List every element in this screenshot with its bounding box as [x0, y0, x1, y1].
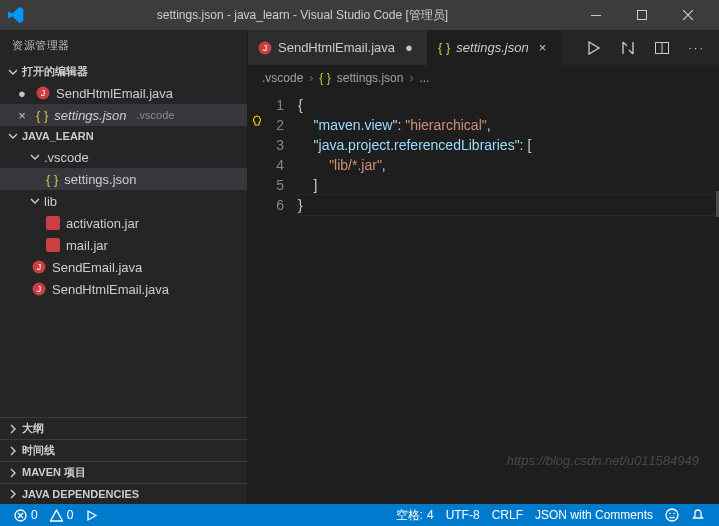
- open-editors-label: 打开的编辑器: [22, 64, 88, 79]
- window-controls: [573, 0, 711, 30]
- open-editor-label: SendHtmlEmail.java: [56, 86, 173, 101]
- file-label: SendEmail.java: [52, 260, 142, 275]
- window-title: settings.json - java_learn - Visual Stud…: [32, 7, 573, 24]
- breadcrumb-part[interactable]: ...: [419, 71, 429, 85]
- titlebar: settings.json - java_learn - Visual Stud…: [0, 0, 719, 30]
- error-count: 0: [31, 508, 38, 522]
- run-icon[interactable]: [586, 40, 602, 56]
- chevron-right-icon: [6, 487, 20, 501]
- close-window-button[interactable]: [665, 0, 711, 30]
- svg-text:J: J: [37, 262, 42, 272]
- java-icon: J: [258, 41, 272, 55]
- chevron-down-icon: [6, 129, 20, 143]
- red-icon: [46, 238, 60, 252]
- line-numbers: 123456: [248, 91, 298, 504]
- file-item-java[interactable]: J SendHtmlEmail.java: [0, 278, 247, 300]
- code-content[interactable]: { "maven.view": "hierarchical", "java.pr…: [298, 91, 719, 504]
- file-label: settings.json: [64, 172, 136, 187]
- chevron-right-icon: [6, 422, 20, 436]
- close-icon[interactable]: ×: [535, 40, 551, 55]
- notifications-icon[interactable]: [685, 508, 711, 522]
- section-outline[interactable]: 大纲: [0, 417, 247, 439]
- svg-text:J: J: [41, 88, 46, 98]
- chevron-right-icon: ›: [409, 71, 413, 85]
- chevron-right-icon: ›: [309, 71, 313, 85]
- svg-rect-0: [591, 15, 601, 16]
- sidebar-explorer: 资源管理器 打开的编辑器 ● J SendHtmlEmail.java × { …: [0, 30, 248, 504]
- svg-text:J: J: [37, 284, 42, 294]
- file-item-jar[interactable]: activation.jar: [0, 212, 247, 234]
- section-label: 大纲: [22, 421, 44, 436]
- open-editor-item[interactable]: ● J SendHtmlEmail.java: [0, 82, 247, 104]
- breadcrumb-part[interactable]: .vscode: [262, 71, 303, 85]
- dirty-indicator-icon[interactable]: ●: [401, 40, 417, 55]
- json-icon: { }: [46, 172, 58, 187]
- file-label: mail.jar: [66, 238, 108, 253]
- section-timeline[interactable]: 时间线: [0, 439, 247, 461]
- section-label: MAVEN 项目: [22, 465, 86, 480]
- minimize-button[interactable]: [573, 0, 619, 30]
- status-encoding[interactable]: UTF-8: [440, 508, 486, 522]
- lightbulb-icon[interactable]: [250, 115, 264, 129]
- java-icon: J: [32, 260, 46, 274]
- breadcrumb-part[interactable]: settings.json: [337, 71, 404, 85]
- folder-lib[interactable]: lib: [0, 190, 247, 212]
- file-item-java[interactable]: J SendEmail.java: [0, 256, 247, 278]
- status-errors[interactable]: 0: [8, 508, 44, 522]
- more-actions-icon[interactable]: ···: [688, 40, 705, 55]
- feedback-icon[interactable]: [659, 508, 685, 522]
- chevron-down-icon: [30, 152, 40, 162]
- status-language[interactable]: JSON with Comments: [529, 508, 659, 522]
- code-editor[interactable]: 123456 { "maven.view": "hierarchical", "…: [248, 91, 719, 504]
- open-editor-item[interactable]: × { } settings.json .vscode: [0, 104, 247, 126]
- folder-label: .vscode: [44, 150, 89, 165]
- chevron-right-icon: [6, 466, 20, 480]
- project-root-header[interactable]: JAVA_LEARN: [0, 126, 247, 146]
- main-area: 资源管理器 打开的编辑器 ● J SendHtmlEmail.java × { …: [0, 30, 719, 504]
- json-icon: { }: [36, 108, 48, 123]
- diff-icon[interactable]: [620, 40, 636, 56]
- breadcrumb[interactable]: .vscode › { } settings.json › ...: [248, 65, 719, 91]
- svg-rect-1: [638, 11, 647, 20]
- project-root-label: JAVA_LEARN: [22, 130, 94, 142]
- chevron-down-icon: [30, 196, 40, 206]
- folder-vscode[interactable]: .vscode: [0, 146, 247, 168]
- java-icon: J: [32, 282, 46, 296]
- run-debug-icon[interactable]: [79, 509, 104, 522]
- section-label: 时间线: [22, 443, 55, 458]
- open-editor-detail: .vscode: [137, 109, 175, 121]
- tab-sendhtmlemail[interactable]: J SendHtmlEmail.java ●: [248, 30, 428, 65]
- red-icon: [46, 216, 60, 230]
- status-warnings[interactable]: 0: [44, 508, 80, 522]
- tab-settings-json[interactable]: { } settings.json ×: [428, 30, 562, 65]
- svg-point-13: [666, 509, 678, 521]
- editor-area: J SendHtmlEmail.java ● { } settings.json…: [248, 30, 719, 504]
- maximize-button[interactable]: [619, 0, 665, 30]
- status-eol[interactable]: CRLF: [486, 508, 529, 522]
- editor-actions: ···: [572, 30, 719, 65]
- file-item-settings-json[interactable]: { } settings.json: [0, 168, 247, 190]
- open-editors-header[interactable]: 打开的编辑器: [0, 61, 247, 82]
- file-label: activation.jar: [66, 216, 139, 231]
- tab-label: SendHtmlEmail.java: [278, 40, 395, 55]
- svg-point-15: [673, 513, 675, 515]
- json-icon: { }: [438, 40, 450, 55]
- open-editor-label: settings.json: [54, 108, 126, 123]
- warning-count: 0: [67, 508, 74, 522]
- tab-label: settings.json: [456, 40, 528, 55]
- tab-bar: J SendHtmlEmail.java ● { } settings.json…: [248, 30, 719, 65]
- split-editor-icon[interactable]: [654, 40, 670, 56]
- chevron-down-icon: [6, 65, 20, 79]
- file-item-jar[interactable]: mail.jar: [0, 234, 247, 256]
- file-label: SendHtmlEmail.java: [52, 282, 169, 297]
- section-maven[interactable]: MAVEN 项目: [0, 461, 247, 483]
- vscode-icon: [8, 7, 32, 23]
- svg-point-14: [669, 513, 671, 515]
- dirty-indicator-icon: ●: [14, 86, 30, 101]
- section-label: JAVA DEPENDENCIES: [22, 488, 139, 500]
- svg-text:J: J: [263, 43, 268, 53]
- status-spaces[interactable]: 空格: 4: [390, 507, 440, 524]
- section-java-deps[interactable]: JAVA DEPENDENCIES: [0, 483, 247, 504]
- close-icon[interactable]: ×: [14, 108, 30, 123]
- json-icon: { }: [319, 71, 330, 85]
